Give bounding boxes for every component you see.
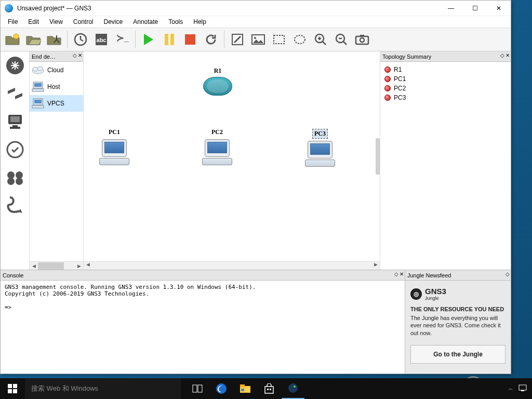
taskbar-edge-icon[interactable] [210, 378, 233, 399]
taskbar-gns3-icon[interactable] [282, 378, 304, 399]
tray-expand-icon[interactable]: ︿ [508, 385, 513, 392]
taskbar-explorer-icon[interactable] [234, 378, 257, 399]
jungle-newsfeed-panel: Jungle Newsfeed ◇ ◎ GNS3 Jungle THE ONLY… [405, 270, 511, 374]
svg-point-27 [16, 178, 23, 185]
zoom-out-button[interactable] [331, 30, 351, 49]
menu-edit[interactable]: Edit [23, 17, 44, 26]
snapshot-button[interactable] [71, 30, 90, 49]
minimize-button[interactable]: — [439, 1, 463, 16]
menu-view[interactable]: View [44, 17, 68, 26]
device-item-cloud[interactable]: Cloud [30, 62, 83, 78]
console-all-button[interactable]: ≻_ [112, 30, 132, 49]
node-r1[interactable]: R1 [203, 67, 232, 96]
switches-category-button[interactable] [3, 82, 27, 105]
menu-annotate[interactable]: Annotate [128, 17, 163, 26]
svg-point-29 [33, 67, 38, 71]
topology-item[interactable]: PC1 [384, 74, 507, 84]
pc-icon [202, 139, 232, 165]
vpcs-icon [32, 98, 44, 109]
maximize-button[interactable]: ☐ [463, 1, 487, 16]
taskbar-store-icon[interactable] [258, 378, 281, 399]
menu-file[interactable]: File [3, 17, 23, 26]
svg-rect-53 [521, 390, 524, 391]
svg-rect-38 [13, 384, 17, 388]
svg-rect-35 [34, 100, 42, 103]
svg-rect-48 [267, 389, 269, 390]
windows-taskbar: 搜索 Web 和 Windows ︿ [0, 378, 532, 399]
console-panel: Console ◇✕ GNS3 management console. Runn… [1, 270, 405, 374]
svg-rect-49 [270, 389, 271, 390]
window-title: Unsaved project* — GNS3 [17, 5, 439, 12]
topology-item[interactable]: PC3 [384, 93, 507, 102]
close-button[interactable]: ✕ [487, 1, 511, 16]
topology-item[interactable]: R1 [384, 65, 507, 74]
device-list-panel: End de… ◇✕ Cloud Host [30, 51, 84, 270]
device-item-vpcs[interactable]: VPCS [30, 95, 83, 112]
pause-all-button[interactable] [159, 30, 179, 49]
save-project-button[interactable] [44, 30, 64, 49]
panel-close-icon[interactable]: ✕ [78, 52, 82, 58]
svg-rect-20 [10, 116, 20, 122]
tray-network-icon[interactable] [518, 384, 527, 393]
panel-float-icon[interactable]: ◇ [73, 52, 77, 58]
jungle-heading: THE ONLY RESOURCE YOU NEED [410, 306, 506, 312]
menu-bar: File Edit View Control Device Annotate T… [1, 16, 511, 28]
all-devices-category-button[interactable] [3, 166, 27, 190]
jungle-panel-title: Jungle Newsfeed ◇ [405, 270, 511, 281]
panel-close-icon[interactable]: ✕ [506, 52, 510, 58]
annotation-image-button[interactable] [248, 30, 268, 49]
device-item-host[interactable]: Host [30, 78, 83, 95]
menu-help[interactable]: Help [188, 17, 211, 26]
svg-rect-46 [241, 389, 244, 391]
task-view-button[interactable] [186, 378, 209, 399]
node-pc2[interactable]: PC2 [202, 128, 232, 165]
console-output[interactable]: GNS3 management console. Running GNS3 ve… [1, 281, 405, 374]
menu-device[interactable]: Device [99, 17, 128, 26]
svg-point-17 [360, 38, 364, 42]
panel-float-icon[interactable]: ◇ [394, 271, 398, 277]
panel-float-icon[interactable]: ◇ [500, 52, 504, 58]
add-link-button[interactable] [3, 194, 27, 218]
device-category-bar [1, 51, 30, 270]
status-stopped-icon [384, 85, 391, 91]
node-pc1[interactable]: PC1 [99, 128, 129, 165]
menu-tools[interactable]: Tools [163, 17, 188, 26]
go-to-jungle-button[interactable]: Go to the Jungle [410, 345, 506, 364]
end-devices-category-button[interactable] [3, 110, 27, 134]
svg-rect-11 [274, 35, 284, 44]
canvas-vscroll-thumb[interactable] [376, 138, 380, 175]
show-interfaces-button[interactable]: abc [91, 30, 111, 49]
pc-icon [305, 141, 335, 167]
canvas-hscrollbar[interactable]: ◀ ▶ [84, 261, 380, 270]
topology-canvas[interactable]: R1 PC1 PC2 [84, 51, 380, 270]
zoom-in-button[interactable] [311, 30, 330, 49]
svg-rect-47 [265, 387, 273, 393]
security-category-button[interactable] [3, 138, 27, 162]
routers-category-button[interactable] [3, 54, 27, 77]
node-pc3[interactable]: PC3 [305, 128, 335, 167]
reload-all-button[interactable] [201, 30, 221, 49]
open-project-button[interactable] [23, 30, 43, 49]
svg-point-51 [294, 385, 296, 388]
taskbar-search[interactable]: 搜索 Web 和 Windows [25, 378, 181, 399]
topology-item[interactable]: PC2 [384, 84, 507, 93]
annotation-ellipse-button[interactable] [290, 30, 310, 49]
stop-all-button[interactable] [180, 30, 200, 49]
start-all-button[interactable] [139, 30, 158, 49]
menu-control[interactable]: Control [68, 17, 99, 26]
panel-close-icon[interactable]: ✕ [400, 271, 404, 277]
svg-rect-33 [32, 89, 44, 91]
panel-float-icon[interactable]: ◇ [506, 271, 510, 277]
device-list-scrollbar[interactable]: ◀▶ [30, 261, 83, 270]
annotation-rect-button[interactable] [269, 30, 289, 49]
svg-rect-39 [8, 389, 12, 393]
device-item-label: VPCS [47, 100, 64, 107]
new-project-button[interactable] [3, 30, 22, 49]
pc-icon [99, 139, 129, 165]
annotation-note-button[interactable] [228, 30, 247, 49]
start-button[interactable] [0, 378, 25, 399]
svg-rect-37 [8, 384, 12, 388]
jungle-text: The Jungle has everything you will ever … [410, 314, 506, 337]
screenshot-button[interactable] [352, 30, 372, 49]
svg-rect-41 [193, 385, 197, 392]
